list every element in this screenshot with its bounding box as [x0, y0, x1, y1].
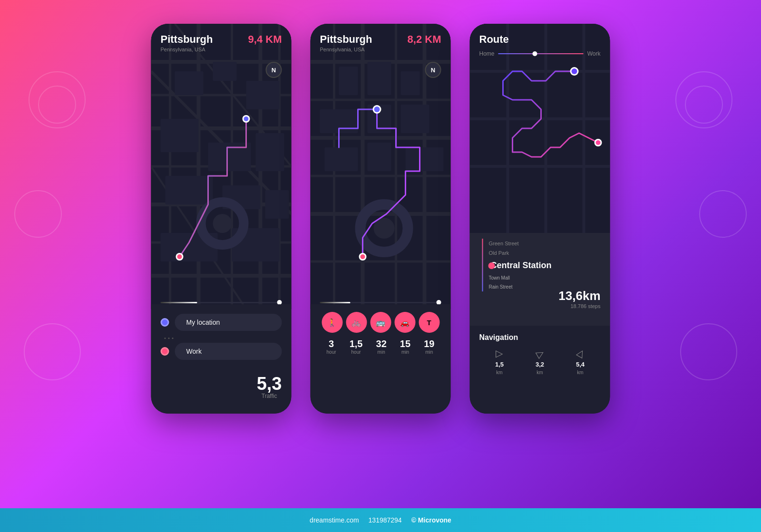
phone1-state: Pennsylvania, USA: [161, 47, 282, 52]
nav-arrow-3: ▷: [574, 348, 587, 359]
phone2-distance: 8,2 KM: [408, 33, 441, 46]
work-label-route: Work: [587, 50, 601, 57]
route-steps-value: 18.786 steps: [558, 303, 600, 309]
route-distance: 13,6km 18.786 steps: [558, 289, 600, 309]
transport-times-row: 3 hour 1,5 hour 32 min 15 min 19 min: [320, 339, 441, 355]
svg-rect-47: [401, 71, 420, 95]
svg-point-68: [572, 68, 577, 74]
nav-unit-3: km: [577, 370, 583, 375]
nav-dist-2: 3,2: [536, 361, 544, 368]
phone-2: Pittsburgh Pennsylvania, USA 8,2 KM N 🚶 …: [311, 24, 451, 414]
station-central: Central Station: [491, 258, 601, 273]
time-walk: 3 hour: [327, 339, 336, 355]
nav-title: Navigation: [479, 333, 601, 342]
svg-point-57: [374, 106, 380, 112]
phone-1: Pittsburgh Pennsylvania, USA 9,4 KM N My…: [151, 24, 292, 414]
station-vertical-line: [482, 239, 483, 291]
station-old-park: Old Park: [489, 248, 601, 258]
time-car: 15 min: [400, 339, 410, 355]
phones-container: Pittsburgh Pennsylvania, USA 9,4 KM N My…: [151, 24, 610, 414]
nav-unit-2: km: [537, 370, 543, 375]
svg-rect-53: [406, 147, 444, 171]
time-transit: 19 min: [424, 339, 434, 355]
route-km-value: 13,6km: [558, 289, 600, 303]
svg-rect-17: [175, 71, 204, 95]
svg-rect-45: [339, 67, 358, 95]
time-bike: 1,5 hour: [350, 339, 363, 355]
station-green-street: Green Street: [489, 239, 601, 248]
svg-point-31: [244, 116, 249, 121]
phone2-header: Pittsburgh Pennsylvania, USA 8,2 KM: [320, 33, 441, 52]
transport-walk[interactable]: 🚶: [322, 312, 342, 333]
nav-unit-1: km: [496, 370, 502, 375]
phone-3: Route Home Work 13,6km 18.786 steps Gree…: [470, 24, 610, 414]
dot-work: [161, 347, 169, 356]
phone1-distance: 9,4 KM: [248, 33, 282, 46]
home-label: Home: [479, 50, 495, 57]
phone3-header: Route Home Work: [479, 33, 601, 57]
work-label[interactable]: Work: [175, 343, 282, 360]
svg-rect-22: [256, 133, 284, 171]
nav-dist-3: 5,4: [576, 361, 585, 368]
svg-rect-46: [368, 62, 391, 95]
location-item-work: Work: [161, 343, 282, 360]
svg-rect-50: [401, 105, 429, 133]
svg-rect-25: [265, 190, 289, 219]
phone2-bottom-panel: 🚶 🚲 🚌 🚗 T 3 hour 1,5 hour 32 min: [311, 304, 451, 414]
svg-rect-52: [368, 143, 391, 171]
dot-mylocation: [161, 318, 169, 327]
station-main-dot: [488, 262, 495, 269]
phone2-state: Pennsylvania, USA: [320, 47, 441, 52]
bottom-bar-brand: © Microvone: [411, 516, 451, 524]
station-town-mall: Town Mall: [489, 273, 601, 282]
phone1-compass: N: [266, 62, 282, 78]
svg-point-29: [213, 214, 232, 233]
svg-rect-20: [161, 119, 199, 152]
compass-label: N: [272, 67, 276, 74]
svg-point-70: [596, 140, 601, 145]
nav-option-1[interactable]: ▷ 1,5 km: [495, 348, 504, 375]
transport-bus[interactable]: 🚌: [370, 312, 391, 333]
nav-options: ▷ 1,5 km ▷ 3,2 km ▷ 5,4 km: [479, 348, 601, 375]
svg-point-33: [177, 254, 182, 259]
compass2-label: N: [431, 67, 435, 74]
nav-arrow-1: ▷: [496, 348, 503, 359]
svg-rect-23: [166, 176, 213, 204]
svg-rect-19: [246, 81, 280, 109]
bottom-bar-id: 131987294: [369, 516, 402, 524]
transport-transit[interactable]: T: [419, 312, 439, 333]
svg-rect-51: [325, 147, 358, 171]
station-panel: Green Street Old Park Central Station To…: [470, 233, 610, 326]
nav-option-3[interactable]: ▷ 5,4 km: [576, 348, 585, 375]
nav-option-2[interactable]: ▷ 3,2 km: [536, 348, 544, 375]
route-line: [498, 53, 584, 54]
traffic-label: Traffic: [257, 393, 282, 399]
phone2-compass: N: [425, 62, 441, 78]
svg-point-59: [361, 254, 365, 259]
station-main-wrapper: Central Station: [489, 258, 601, 273]
svg-rect-18: [213, 62, 237, 81]
transport-car[interactable]: 🚗: [394, 312, 415, 333]
traffic-area: 5,3 Traffic: [257, 375, 282, 399]
traffic-value: 5,3: [257, 375, 282, 393]
nav-dist-1: 1,5: [495, 361, 504, 368]
station-list: Green Street Old Park Central Station To…: [479, 239, 601, 291]
transport-bike[interactable]: 🚲: [346, 312, 367, 333]
bottom-bar: dreamstime.com 131987294 © Microvone: [0, 508, 761, 532]
mylocation-label[interactable]: My location: [175, 314, 282, 331]
location-item-mylocation: My location: [161, 314, 282, 331]
time-bus: 32 min: [376, 339, 387, 355]
phone1-progress: [161, 302, 282, 303]
route-title: Route: [479, 33, 601, 46]
route-dot: [532, 51, 537, 56]
navigation-panel: Navigation ▷ 1,5 km ▷ 3,2 km ▷ 5,4 km: [470, 326, 610, 414]
phone1-header: Pittsburgh Pennsylvania, USA 9,4 KM: [161, 33, 282, 52]
phone1-bottom-panel: My location Work 5,3 Traffic: [151, 304, 292, 414]
bottom-bar-site: dreamstime.com: [310, 516, 359, 524]
nav-arrow-2: ▷: [534, 347, 546, 360]
home-work-bar: Home Work: [479, 50, 601, 57]
phone2-progress: [320, 302, 441, 303]
transport-icons-row: 🚶 🚲 🚌 🚗 T: [320, 312, 441, 333]
